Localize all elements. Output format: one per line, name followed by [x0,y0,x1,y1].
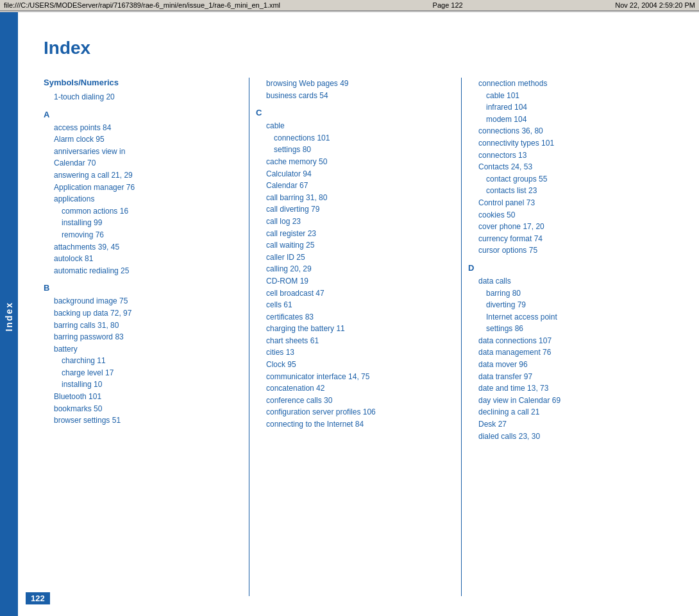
section-header-d: D [468,263,667,273]
index-entry: Calculator 94 [256,168,455,180]
section-header-a: A [44,110,242,119]
index-entry: Calendar 67 [256,180,455,192]
index-entry: settings 86 [468,323,667,335]
page-indicator: Page 122 [433,1,463,9]
index-entry: anniversaries view in [44,146,242,158]
file-path: file:///C:/USERS/MODEServer/rapi/7167389… [4,1,280,9]
index-entry: Application manager 76 [44,182,242,194]
index-entry: declining a call 21 [468,406,667,418]
index-entry: CD-ROM 19 [256,275,455,287]
index-entry: connections 36, 80 [468,125,667,137]
index-entry: answering a call 21, 29 [44,169,242,182]
index-entry: dialed calls 23, 30 [468,431,667,443]
index-entry: conference calls 30 [256,395,455,407]
index-entry: concatenation 42 [256,382,455,395]
index-entry: installing 99 [44,217,242,229]
index-entry: Clock 95 [256,359,455,371]
index-entry: barring password 83 [44,331,242,343]
index-entry: charching 11 [44,355,242,367]
column-3: connection methodscable 101infrared 104m… [462,78,673,596]
index-entry: chart sheets 61 [256,335,455,347]
index-entry: connection methods [468,78,667,90]
index-entry: modem 104 [468,114,667,126]
index-entry: Contacts 24, 53 [468,161,667,173]
index-entry: cells 61 [256,299,455,311]
index-entry: barring 80 [468,287,667,300]
index-entry: connecting to the Internet 84 [256,418,455,431]
index-entry: applications [44,193,242,205]
index-entry: cover phone 17, 20 [468,221,667,233]
index-entry: charging the battery 11 [256,323,455,335]
index-entry: cities 13 [256,346,455,359]
index-entry: settings 80 [256,144,455,156]
index-entry: cursor options 75 [468,244,667,257]
index-entry: charge level 17 [44,367,242,379]
datetime: Nov 22, 2004 2:59:20 PM [615,1,695,9]
index-entry: connections 101 [256,132,455,144]
section-header-b: B [44,283,242,293]
side-tab-label: Index [4,302,14,332]
index-entry: data calls [468,275,667,287]
index-entry: configuration server profiles 106 [256,406,455,418]
index-entry: data connections 107 [468,335,667,347]
index-entry: call barring 31, 80 [256,192,455,204]
index-entry: certificates 83 [256,311,455,323]
index-entry: contacts list 23 [468,185,667,197]
index-entry: Desk 27 [468,418,667,431]
index-entry: Internet access point [468,311,667,323]
index-entry: diverting 79 [468,299,667,311]
index-entry: contact groups 55 [468,173,667,185]
index-entry: call diverting 79 [256,203,455,216]
index-entry: cable [256,120,455,132]
index-entry: Bluetooth 101 [44,391,242,403]
index-entry: browsing Web pages 49 [256,78,455,90]
index-entry: bookmarks 50 [44,403,242,415]
index-entry: attachments 39, 45 [44,241,242,253]
index-entry: autolock 81 [44,253,242,265]
main-content: Index Symbols/Numerics1-touch dialing 20… [18,12,699,616]
index-entry: date and time 13, 73 [468,382,667,395]
index-entry: Control panel 73 [468,197,667,209]
index-entry: call waiting 25 [256,239,455,252]
page-title: Index [44,38,673,58]
index-entry: background image 75 [44,295,242,307]
index-entry: caller ID 25 [256,252,455,264]
index-entry: Alarm clock 95 [44,133,242,146]
index-entry: data mover 96 [468,359,667,371]
index-entry: common actions 16 [44,205,242,218]
index-entry: cache memory 50 [256,156,455,168]
page-number: 122 [26,592,50,604]
index-entry: connectivity types 101 [468,137,667,150]
index-entry: business cards 54 [256,90,455,102]
index-entry: automatic redialing 25 [44,265,242,277]
index-entry: call register 23 [256,228,455,240]
section-header-c: C [256,108,455,117]
title-bar: file:///C:/USERS/MODEServer/rapi/7167389… [0,0,699,11]
index-entry: infrared 104 [468,101,667,114]
index-entry: access points 84 [44,122,242,134]
index-entry: calling 20, 29 [256,263,455,275]
index-entry: removing 76 [44,229,242,241]
index-entry: currency format 74 [468,233,667,245]
columns-wrapper: Symbols/Numerics1-touch dialing 20Aacces… [44,78,673,596]
index-entry: communicator interface 14, 75 [256,371,455,383]
index-entry: cell broadcast 47 [256,287,455,300]
index-entry: barring calls 31, 80 [44,320,242,332]
index-entry: call log 23 [256,216,455,228]
index-entry: data management 76 [468,346,667,359]
page-container: Index Index Symbols/Numerics1-touch dial… [0,12,699,616]
index-entry: cable 101 [468,90,667,102]
index-entry: cookies 50 [468,209,667,221]
index-entry: connectors 13 [468,150,667,162]
index-entry: day view in Calendar 69 [468,395,667,407]
index-entry: backing up data 72, 97 [44,307,242,320]
index-entry: data transfer 97 [468,371,667,383]
side-tab: Index [0,12,18,616]
column-2: browsing Web pages 49business cards 54Cc… [249,78,462,596]
index-entry: battery [44,343,242,355]
index-entry: browser settings 51 [44,415,242,427]
section-header-symbols_numerics: Symbols/Numerics [44,78,242,87]
index-entry: 1-touch dialing 20 [44,91,242,103]
index-entry: installing 10 [44,379,242,391]
index-entry: Calendar 70 [44,157,242,169]
